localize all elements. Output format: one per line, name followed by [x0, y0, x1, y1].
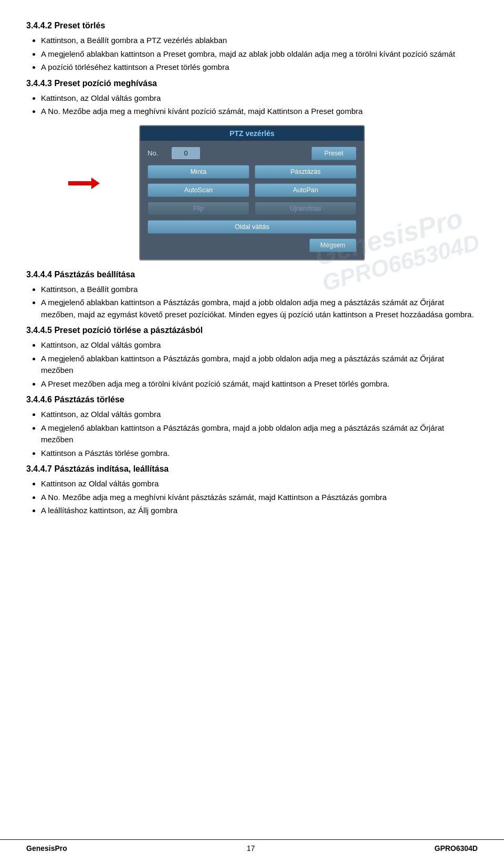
bullet-347-1: Kattintson az Oldal váltás gombra	[41, 478, 478, 490]
ptz-title: PTZ vezérlés	[229, 129, 275, 138]
ptz-pasztazas-button[interactable]: Pásztázás	[255, 165, 356, 179]
section-344: 3.4.4.4 Pásztázás beállítása Kattintson,…	[26, 270, 478, 321]
bullets-346: Kattintson, az Oldal váltás gombra A meg…	[41, 409, 478, 459]
ptz-preset-button[interactable]: Preset	[311, 147, 356, 160]
page-content: 3.4.4.2 Preset törlés Kattintson, a Beál…	[0, 0, 504, 564]
ptz-dialog-wrapper: PTZ vezérlés No. 0 Preset Minta Pásztázá…	[26, 125, 478, 261]
footer-brand: GenesisPro	[26, 844, 67, 852]
heading-344: 3.4.4.4 Pásztázás beállítása	[26, 270, 478, 279]
ptz-dialog: PTZ vezérlés No. 0 Preset Minta Pásztázá…	[139, 125, 365, 261]
ptz-row-5: Oldal váltás	[148, 220, 356, 234]
section-347: 3.4.4.7 Pásztázás indítása, leállítása K…	[26, 464, 478, 517]
heading-342: 3.4.4.2 Preset törlés	[26, 21, 478, 30]
bullets-347: Kattintson az Oldal váltás gombra A No. …	[41, 478, 478, 517]
bullets-344: Kattintson, a Beállít gombra A megjelenő…	[41, 284, 478, 321]
bullet-343-1: Kattintson, az Oldal váltás gombra	[41, 92, 478, 105]
bullet-345-1: Kattintson, az Oldal váltás gombra	[41, 339, 478, 351]
bullet-345-3: A Preset mezőben adja meg a törölni kívá…	[41, 378, 478, 390]
ptz-body: No. 0 Preset Minta Pásztázás AutoScan Au…	[140, 141, 364, 259]
ptz-row-4: Flip Újraindítás	[148, 202, 356, 215]
ptz-bottom-row: Mégsem	[148, 238, 356, 252]
page-footer: GenesisPro 17 GPRO6304D	[0, 839, 504, 852]
section-346: 3.4.4.6 Pásztázás törlése Kattintson, az…	[26, 395, 478, 459]
bullet-347-3: A leállításhoz kattintson, az Állj gombr…	[41, 505, 478, 517]
footer-page-number: 17	[247, 844, 255, 852]
section-345: 3.4.4.5 Preset pozíció törlése a pásztáz…	[26, 326, 478, 390]
section-343: 3.4.4.3 Preset pozíció meghívása Kattint…	[26, 79, 478, 118]
ptz-autopan-button[interactable]: AutoPan	[255, 183, 356, 197]
ptz-ujrainditas-button[interactable]: Újraindítás	[255, 202, 356, 215]
svg-marker-0	[68, 178, 100, 189]
bullet-346-1: Kattintson, az Oldal váltás gombra	[41, 409, 478, 421]
bullet-346-2: A megjelenő ablakban kattintson a Pásztá…	[41, 422, 478, 446]
ptz-oldal-valtas-button[interactable]: Oldal váltás	[148, 220, 356, 234]
ptz-flip-button[interactable]: Flip	[148, 202, 249, 215]
ptz-row-2: Minta Pásztázás	[148, 165, 356, 179]
ptz-minta-button[interactable]: Minta	[148, 165, 249, 179]
ptz-megsem-button[interactable]: Mégsem	[309, 238, 356, 252]
ptz-no-input[interactable]: 0	[172, 147, 200, 159]
bullet-344-1: Kattintson, a Beállít gombra	[41, 284, 478, 296]
ptz-title-bar: PTZ vezérlés	[140, 126, 364, 141]
ptz-autoscan-button[interactable]: AutoScan	[148, 183, 249, 197]
bullets-345: Kattintson, az Oldal váltás gombra A meg…	[41, 339, 478, 390]
heading-343: 3.4.4.3 Preset pozíció meghívása	[26, 79, 478, 88]
ptz-row-3: AutoScan AutoPan	[148, 183, 356, 197]
bullet-344-2: A megjelenő ablakban kattintson a Pásztá…	[41, 297, 478, 320]
footer-model: GPRO6304D	[435, 844, 478, 852]
red-arrow-icon	[68, 178, 100, 189]
bullet-346-3: Kattintson a Pásztás törlése gombra.	[41, 448, 478, 460]
bullet-342-1: Kattintson, a Beállít gombra a PTZ vezér…	[41, 35, 478, 47]
bullet-347-2: A No. Mezőbe adja meg a meghívni kívánt …	[41, 492, 478, 504]
ptz-no-label: No.	[148, 149, 166, 157]
heading-345: 3.4.4.5 Preset pozíció törlése a pásztáz…	[26, 326, 478, 335]
bullets-342: Kattintson, a Beállít gombra a PTZ vezér…	[41, 35, 478, 74]
bullet-345-2: A megjelenő ablakban kattintson a Pásztá…	[41, 353, 478, 377]
bullets-343: Kattintson, az Oldal váltás gombra A No.…	[41, 92, 478, 118]
bullet-342-2: A megjelenő ablakban kattintson a Preset…	[41, 48, 478, 60]
bullet-343-2: A No. Mezőbe adja meg a meghívni kívánt …	[41, 106, 478, 118]
heading-347: 3.4.4.7 Pásztázás indítása, leállítása	[26, 464, 478, 474]
bullet-342-3: A pozíció törléséhez kattintson a Preset…	[41, 61, 478, 74]
ptz-row-1: No. 0 Preset	[148, 147, 356, 160]
heading-346: 3.4.4.6 Pásztázás törlése	[26, 395, 478, 404]
section-342: 3.4.4.2 Preset törlés Kattintson, a Beál…	[26, 21, 478, 74]
